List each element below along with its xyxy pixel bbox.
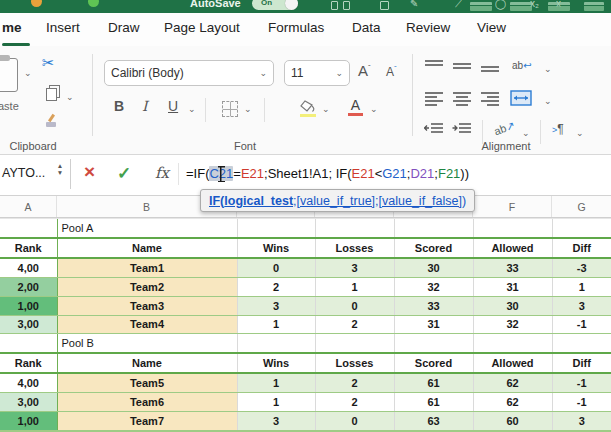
cell[interactable]: 4,00 [0, 258, 57, 277]
name-box[interactable]: AYTO... [2, 166, 45, 180]
header-cell[interactable]: Rank [0, 238, 57, 258]
cell-style-icon[interactable] [584, 2, 604, 11]
cell[interactable] [473, 219, 552, 238]
cell[interactable] [552, 430, 611, 431]
cell[interactable]: 3 [552, 296, 611, 315]
tooltip-arg-value-if-true[interactable]: [value_if_true] [297, 194, 376, 208]
column-header-g[interactable]: G [552, 196, 611, 217]
cell[interactable]: 32 [473, 315, 552, 334]
column-header-f[interactable]: F [473, 196, 552, 217]
borders-button[interactable] [222, 101, 238, 117]
tab-view[interactable]: View [477, 20, 506, 35]
tab-formulas[interactable]: Formulas [268, 20, 324, 35]
header-cell[interactable]: Name [57, 353, 237, 373]
zoom-traffic-light[interactable] [88, 0, 99, 7]
grow-font-button[interactable]: Aˆ [358, 62, 371, 79]
cell[interactable]: 1 [237, 393, 315, 412]
cell[interactable] [473, 334, 552, 353]
cell[interactable]: 61 [394, 373, 473, 392]
cell[interactable]: -3 [552, 258, 611, 277]
cell[interactable]: Pool B [57, 334, 237, 353]
wrap-text-button[interactable]: ab↩ [512, 60, 532, 71]
header-cell[interactable]: Wins [237, 353, 315, 373]
decrease-indent-button[interactable] [424, 122, 444, 140]
align-bottom-button[interactable] [480, 58, 500, 78]
cell[interactable]: 32 [394, 278, 473, 297]
cell[interactable]: 30 [473, 296, 552, 315]
cell[interactable]: 3 [237, 411, 315, 430]
undo-icon[interactable]: ⟋ [455, 0, 462, 10]
cell[interactable]: 30 [394, 258, 473, 277]
header-cell[interactable]: Diff [552, 238, 611, 258]
cell[interactable]: -1 [552, 393, 611, 412]
chevron-down-icon[interactable]: ⌄ [522, 128, 530, 138]
cell[interactable] [237, 430, 315, 431]
align-top-button[interactable] [424, 58, 444, 78]
orientation-button[interactable]: ab↗ [492, 119, 517, 139]
cell[interactable]: 3 [552, 411, 611, 430]
header-cell[interactable]: Allowed [473, 238, 552, 258]
cancel-button[interactable]: × [84, 161, 95, 183]
cell[interactable]: 1 [315, 278, 394, 297]
cell[interactable] [394, 219, 473, 238]
enter-button[interactable]: ✓ [117, 163, 131, 184]
font-color-button[interactable]: A [348, 98, 363, 116]
cell[interactable]: 3,00 [0, 393, 57, 412]
cell[interactable] [315, 219, 394, 238]
cell[interactable] [552, 219, 611, 238]
cell[interactable]: 4,00 [0, 373, 57, 392]
cell[interactable]: 60 [473, 411, 552, 430]
save-icon[interactable] [380, 1, 389, 10]
shrink-font-button[interactable]: Aˇ [386, 64, 397, 79]
cell[interactable]: 31 [394, 315, 473, 334]
insert-function-button[interactable]: fx [155, 164, 169, 182]
cell[interactable]: Pool A [57, 219, 237, 238]
cell[interactable]: 2,00 [0, 278, 57, 297]
italic-button[interactable]: I [142, 98, 148, 114]
header-cell[interactable]: Wins [237, 238, 315, 258]
column-header-a[interactable]: A [0, 196, 57, 217]
font-size-select[interactable]: 11 ⌄ [284, 60, 350, 86]
redo-icon[interactable]: ◯ [495, 0, 506, 9]
table-style-icon[interactable] [470, 2, 492, 11]
underline-button[interactable]: U [168, 98, 178, 114]
cell[interactable]: 0 [237, 258, 315, 277]
align-right-button[interactable] [480, 90, 500, 110]
cell[interactable]: 1,00 [0, 296, 57, 315]
cell[interactable]: 2 [315, 315, 394, 334]
cell[interactable]: 2 [315, 393, 394, 412]
cell[interactable]: Team5 [57, 373, 237, 392]
chevron-down-icon[interactable]: ⌄ [544, 64, 552, 74]
cell[interactable]: 33 [473, 258, 552, 277]
cell[interactable]: 3,00 [0, 315, 57, 334]
cut-button[interactable]: ✂ [42, 54, 55, 72]
cell[interactable]: 31 [473, 278, 552, 297]
stepper-down-icon[interactable]: ▼ [57, 169, 63, 176]
cell[interactable]: 62 [473, 393, 552, 412]
cell[interactable]: Team1 [57, 258, 237, 277]
tab-insert[interactable]: Insert [46, 20, 80, 35]
chevron-down-icon[interactable]: ⌄ [244, 104, 252, 114]
chevron-down-icon[interactable]: ⌄ [576, 128, 584, 138]
edit-pencil-icon[interactable]: ✎ [410, 0, 418, 9]
text-direction-button[interactable]: >¶ [552, 122, 564, 136]
tab-draw[interactable]: Draw [108, 20, 140, 35]
align-left-button[interactable] [424, 90, 444, 110]
cell[interactable]: 1,00 [0, 411, 57, 430]
cell[interactable]: -1 [552, 315, 611, 334]
cell[interactable]: Team4 [57, 315, 237, 334]
cell[interactable] [315, 430, 394, 431]
cell[interactable]: 3 [237, 296, 315, 315]
tooltip-arg-logical-test[interactable]: logical_test [224, 194, 293, 208]
cell[interactable]: 0 [315, 411, 394, 430]
chevron-down-icon[interactable]: ⌄ [322, 104, 330, 114]
autosave-toggle[interactable]: On [252, 0, 298, 10]
cell[interactable]: -1 [552, 373, 611, 392]
tab-home[interactable]: me [2, 20, 22, 35]
cell[interactable] [473, 430, 552, 431]
increase-indent-button[interactable] [452, 122, 472, 140]
chevron-down-icon[interactable]: ⌄ [24, 68, 32, 78]
tab-page-layout[interactable]: Page Layout [164, 20, 240, 35]
table-style-icon[interactable] [548, 2, 570, 11]
cell[interactable] [0, 219, 57, 238]
